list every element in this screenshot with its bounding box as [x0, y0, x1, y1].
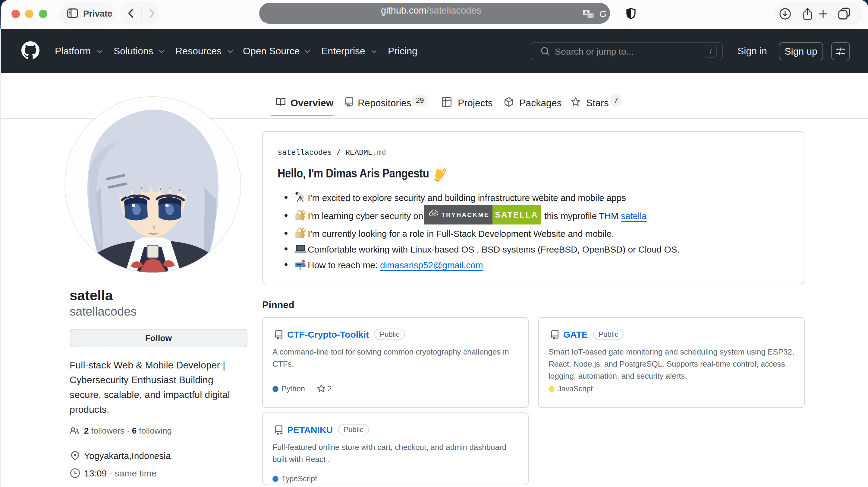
svg-text:A: A [585, 10, 588, 15]
svg-text:SATELLA: SATELLA [495, 210, 538, 219]
svg-text:TRYHACKME: TRYHACKME [441, 211, 489, 218]
svg-text:文: 文 [588, 13, 592, 18]
svg-text:01 01: 01 01 [432, 215, 436, 217]
